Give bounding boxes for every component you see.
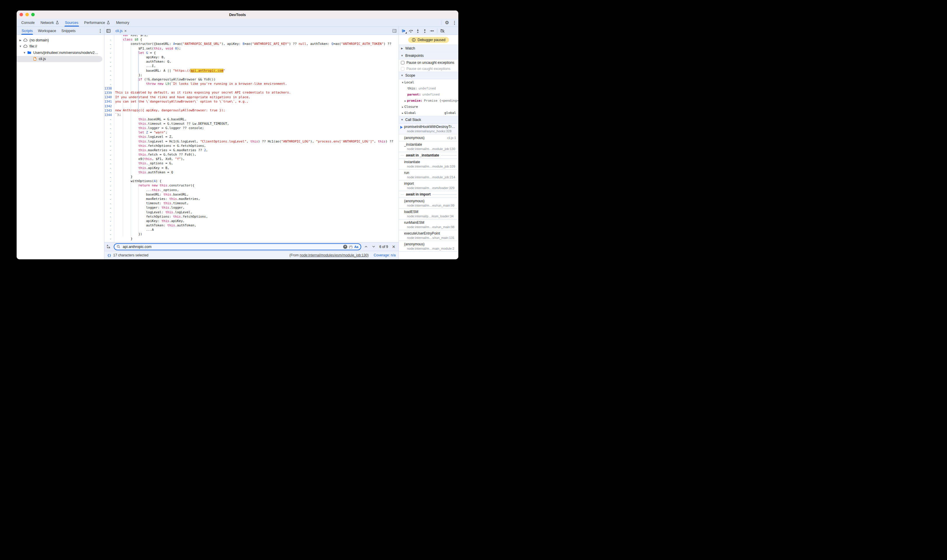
section-breakpoints[interactable]: ▼ Breakpoints (399, 52, 458, 60)
tab-scripts[interactable]: Scripts (19, 27, 35, 35)
tree-item-file-root[interactable]: ▼ file:// (17, 43, 104, 50)
code-line[interactable]: -this.logger = G.logger ?? console; (104, 126, 399, 130)
line-number[interactable]: 1338 (104, 86, 114, 90)
code-line[interactable]: 1338 (104, 86, 399, 90)
coverage-link[interactable]: Coverage: n/a (374, 253, 396, 257)
line-number[interactable]: - (104, 162, 114, 165)
code-line[interactable]: -o9(this, $F1, Xs0, "f"), (104, 157, 399, 161)
search-input[interactable] (122, 245, 341, 249)
line-number[interactable]: - (104, 65, 114, 68)
callstack-frame[interactable]: (anonymous)cli.js:1 (399, 134, 458, 141)
tab-sources[interactable]: Sources (62, 18, 81, 26)
code-line[interactable]: 1344`); (104, 112, 399, 117)
scope-promise-row[interactable]: ▶ promise: Promise {<pending>} (399, 98, 458, 104)
callstack-frame[interactable]: instantiatenode:internal/m…module_job:10… (399, 159, 458, 169)
code-line[interactable]: -apiKey: B, (104, 55, 399, 60)
replace-toggle-icon[interactable]: A↳B (107, 245, 111, 249)
toggle-navigator-icon[interactable] (104, 27, 113, 35)
line-number[interactable]: 1341 (104, 100, 114, 103)
code-line[interactable]: -this.apiKey = B, (104, 166, 399, 170)
pause-on-caught-row[interactable]: Pause on caught exceptions (399, 66, 458, 72)
more-options-kebab-icon[interactable]: ⋮ (451, 19, 458, 26)
section-call-stack[interactable]: ▼ Call Stack (399, 116, 458, 123)
code-line[interactable]: -authToken: this.authToken, (104, 223, 399, 228)
tab-network[interactable]: Network (38, 18, 62, 26)
code-line[interactable]: -authToken: Q, (104, 60, 399, 64)
code-line[interactable]: -apiKey: this.apiKey, (104, 219, 399, 223)
line-number[interactable]: - (104, 51, 114, 54)
line-number[interactable]: - (104, 60, 114, 63)
code-line[interactable]: -} (104, 174, 399, 179)
code-line[interactable]: -this.baseURL = G.baseURL, (104, 117, 399, 122)
line-number[interactable]: - (104, 148, 114, 152)
pretty-print-icon[interactable]: {} (107, 254, 111, 257)
line-number[interactable]: - (104, 219, 114, 223)
line-number[interactable]: - (104, 192, 114, 196)
checkbox-uncaught-exceptions[interactable] (401, 61, 404, 65)
code-line[interactable]: -logger: this.logger, (104, 205, 399, 210)
editor-tab-cli-js[interactable]: cli.js × (113, 27, 131, 35)
code-line[interactable]: 1341you can set the \`dangerouslyAllowBr… (104, 99, 399, 104)
source-origin-link[interactable]: node:internal/modules/esm/module_job:130 (300, 253, 368, 257)
regex-toggle[interactable]: (*) (349, 245, 353, 249)
line-number[interactable]: - (104, 184, 114, 187)
line-number[interactable]: - (104, 38, 114, 42)
line-number[interactable]: 1344 (104, 113, 114, 117)
callstack-frame[interactable]: promiseInitHookWithDestroyTr…node:intern… (399, 123, 458, 134)
callstack-frame[interactable]: loadESMnode:internal/p…/esm_loader:34 (399, 209, 458, 219)
chevron-right-icon[interactable]: ▶ (401, 47, 404, 50)
line-number[interactable]: - (104, 188, 114, 192)
line-number[interactable]: - (104, 210, 114, 214)
line-number[interactable]: - (104, 228, 114, 232)
code-line[interactable]: -let Z = "warn"; (104, 130, 399, 135)
code-line[interactable]: -} (104, 237, 399, 241)
code-line[interactable]: -this._options = G, (104, 161, 399, 166)
code-line[interactable]: 1340If you understand the risks and have… (104, 95, 399, 99)
checkbox-caught-exceptions[interactable] (401, 67, 404, 71)
scope-this-row[interactable]: this: undefined (399, 85, 458, 91)
chevron-right-icon[interactable]: ▶ (404, 99, 407, 102)
line-number[interactable]: - (104, 206, 114, 209)
code-line[interactable]: -...I, (104, 64, 399, 68)
line-number[interactable]: 1340 (104, 95, 114, 99)
line-number[interactable]: - (104, 55, 114, 59)
chevron-down-icon[interactable]: ▼ (401, 74, 404, 77)
previous-match-chevron-up-icon[interactable] (364, 244, 369, 249)
chevron-right-icon[interactable]: ▶ (401, 112, 404, 114)
callstack-frame[interactable]: executeUserEntryPointnode:internal/m…s/r… (399, 230, 458, 241)
code-line[interactable]: -baseURL: this.baseURL, (104, 192, 399, 197)
code-line[interactable]: -fetchOptions: this.fetchOptions, (104, 214, 399, 219)
code-line[interactable]: -throw new L9(`It looks like you're runn… (104, 82, 399, 86)
search-field[interactable]: ✕ (*) Aa (114, 243, 361, 250)
scope-local-row[interactable]: ▼ Local (399, 79, 458, 85)
code-line[interactable]: -this.fetchOptions = G.fetchOptions, (104, 144, 399, 148)
settings-gear-icon[interactable]: ⚙ (443, 19, 451, 26)
line-number[interactable]: - (104, 140, 114, 143)
line-number[interactable]: - (104, 153, 114, 157)
code-line[interactable]: -baseURL: A || "https://api.anthropic.co… (104, 68, 399, 73)
code-line[interactable]: -this.maxRetries = G.maxRetries ?? 2, (104, 148, 399, 152)
code-line[interactable]: 1339This is disabled by default, as it r… (104, 90, 399, 95)
line-number[interactable]: - (104, 135, 114, 139)
code-line[interactable]: -maxRetries: this.maxRetries, (104, 197, 399, 201)
pause-on-uncaught-row[interactable]: Pause on uncaught exceptions (399, 60, 458, 66)
section-scope[interactable]: ▼ Scope (399, 72, 458, 79)
code-line[interactable]: -logLevel: this.logLevel, (104, 210, 399, 214)
line-number[interactable]: - (104, 224, 114, 227)
code-line[interactable]: -timeout: this.timeout, (104, 201, 399, 205)
scope-closure-row[interactable]: ▶ Closure (399, 104, 458, 110)
tree-item-no-domain[interactable]: ▶ (no domain) (17, 37, 104, 43)
code-line[interactable]: -return new this.constructor({ (104, 183, 399, 188)
callstack-frame[interactable]: (anonymous)node:internal/m…main_module:2 (399, 241, 458, 252)
close-tab-icon[interactable]: × (124, 29, 126, 33)
chevron-down-icon[interactable]: ▼ (19, 45, 22, 48)
code-line[interactable]: -this.authToken = Q (104, 170, 399, 174)
callstack-frame[interactable]: runnode:internal/m…module_job:214 (399, 169, 458, 180)
line-number[interactable]: - (104, 144, 114, 148)
resume-script-button[interactable] (400, 28, 407, 34)
match-case-toggle[interactable]: Aa (354, 245, 358, 249)
code-line[interactable]: -$F1.set(this, void 0); (104, 46, 399, 51)
line-number[interactable]: - (104, 197, 114, 201)
line-number[interactable]: - (104, 131, 114, 134)
line-number[interactable]: - (104, 73, 114, 77)
